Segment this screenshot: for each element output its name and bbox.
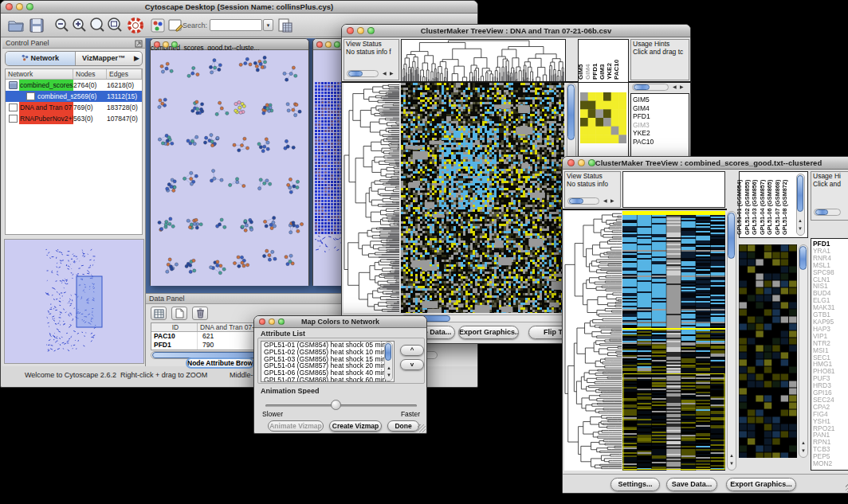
float-panel-icon[interactable] bbox=[135, 40, 143, 48]
zoom-fit-icon[interactable] bbox=[106, 17, 124, 34]
scroll-down-arrow[interactable]: ▼ bbox=[729, 460, 734, 467]
scroll-left-arrow[interactable]: ◀ bbox=[383, 70, 387, 77]
scroll-thumb[interactable] bbox=[799, 246, 807, 270]
scroll-thumb[interactable] bbox=[569, 198, 583, 204]
gene-name-list[interactable]: PFD1YRA1RNR4MSL1SPC98CLN1NIS1BUD4ELG1MAK… bbox=[811, 238, 848, 471]
column-label-scrollbar[interactable]: ▲ ▼ bbox=[796, 174, 805, 236]
export-graphics-button[interactable]: Export Graphics... bbox=[458, 326, 519, 339]
close-button[interactable] bbox=[6, 3, 13, 10]
network-overview-thumbnail[interactable] bbox=[4, 239, 144, 364]
close-button[interactable] bbox=[259, 318, 265, 325]
zoom-heatmap-scrollbar[interactable]: ▲ ▼ bbox=[799, 244, 808, 458]
scroll-thumb[interactable] bbox=[797, 175, 803, 212]
network-list-row[interactable]: DNA and Tran 07769(0)183728(0) bbox=[6, 102, 142, 113]
heatmap-vscrollbar[interactable]: ▲ ▼ bbox=[727, 211, 736, 471]
gene-label[interactable]: YKE2 bbox=[633, 129, 689, 138]
scroll-right-arrow[interactable]: ▶ bbox=[390, 70, 394, 77]
network-list-row[interactable]: combined_scores2764(0)16218(0) bbox=[6, 80, 142, 91]
export-graphics-button[interactable]: Export Graphics... bbox=[726, 478, 796, 491]
move-up-button[interactable]: ^ bbox=[400, 345, 424, 356]
main-titlebar[interactable]: Cytoscape Desktop (Session Name: collins… bbox=[1, 1, 477, 14]
delete-attribute-icon[interactable] bbox=[192, 307, 208, 320]
scroll-right-arrow[interactable]: ▶ bbox=[610, 197, 614, 205]
gene-label[interactable]: PAC10 bbox=[633, 138, 689, 147]
scroll-up-arrow[interactable]: ▲ bbox=[729, 452, 734, 459]
close-button[interactable] bbox=[567, 159, 575, 166]
scroll-thumb[interactable] bbox=[728, 213, 735, 259]
network-view-window[interactable]: combined_scores_good.txt--cluste... bbox=[150, 38, 309, 286]
select-attributes-icon[interactable] bbox=[151, 307, 167, 320]
column-dendrogram[interactable] bbox=[401, 39, 566, 82]
scroll-thumb[interactable] bbox=[385, 343, 391, 361]
zoom-heatmap-canvas[interactable] bbox=[739, 244, 797, 458]
scroll-down-arrow[interactable]: ▼ bbox=[798, 225, 803, 232]
zoom-button[interactable] bbox=[278, 318, 285, 325]
scroll-right-arrow[interactable]: ▶ bbox=[680, 84, 684, 91]
minimize-button[interactable] bbox=[16, 3, 23, 10]
summary-matrix-heatmap[interactable] bbox=[580, 92, 626, 143]
scroll-down-arrow[interactable]: ▼ bbox=[387, 372, 391, 379]
annotation-icon[interactable] bbox=[167, 17, 184, 34]
zoom-selected-icon[interactable] bbox=[88, 17, 106, 34]
row-dendrogram[interactable] bbox=[564, 211, 622, 471]
scroll-up-arrow[interactable]: ▲ bbox=[798, 217, 803, 225]
treeview1-titlebar[interactable]: ClusterMaker TreeView : DNA and Tran 07-… bbox=[342, 25, 690, 37]
minimize-button[interactable] bbox=[325, 41, 332, 48]
view-status-scrollbar[interactable] bbox=[347, 70, 379, 77]
view-status-scrollbar[interactable] bbox=[567, 197, 599, 205]
zoom-button[interactable] bbox=[334, 41, 340, 48]
scroll-thumb[interactable] bbox=[634, 84, 650, 90]
attribute-list-item[interactable]: GPL51-07 (GSM868) heat shock 60 min bbox=[261, 377, 394, 382]
animate-vizmap-button[interactable]: Animate Vizmap bbox=[268, 420, 324, 432]
settings-button[interactable]: Settings... bbox=[610, 478, 660, 491]
heatmap-hscrollbar[interactable] bbox=[401, 315, 576, 322]
close-button[interactable] bbox=[316, 41, 323, 48]
gene-label[interactable]: PFD1 bbox=[633, 112, 689, 121]
tab-overflow-arrow[interactable]: ▶ bbox=[132, 52, 142, 65]
zoom-button[interactable] bbox=[26, 3, 33, 10]
minimize-button[interactable] bbox=[269, 318, 275, 325]
heatmap-canvas[interactable] bbox=[401, 83, 564, 313]
search-input[interactable] bbox=[210, 19, 262, 31]
close-button[interactable] bbox=[347, 27, 354, 34]
gene-label[interactable]: GIM3 bbox=[633, 121, 689, 130]
attribute-listbox[interactable]: GPL51-01 (GSM854) heat shock 05 minGPL51… bbox=[261, 341, 395, 382]
minimize-button[interactable] bbox=[357, 27, 364, 34]
gene-label[interactable]: GIM4 bbox=[633, 104, 689, 113]
open-session-icon[interactable] bbox=[7, 17, 25, 34]
gene-label[interactable]: GIM5 bbox=[633, 96, 689, 104]
animation-speed-slider-track[interactable] bbox=[265, 404, 417, 407]
zoom-in-icon[interactable] bbox=[71, 17, 88, 34]
usage-scrollbar[interactable] bbox=[814, 209, 841, 216]
resize-grip[interactable] bbox=[418, 424, 426, 432]
zoom-button[interactable] bbox=[171, 41, 178, 48]
close-button[interactable] bbox=[154, 41, 160, 48]
move-down-button[interactable]: v bbox=[400, 359, 424, 370]
tab-vizmapper[interactable]: VizMapper™ bbox=[76, 52, 132, 65]
scroll-left-arrow[interactable]: ◀ bbox=[603, 197, 607, 205]
new-attribute-icon[interactable] bbox=[171, 307, 187, 320]
scroll-left-arrow[interactable]: ◀ bbox=[673, 84, 677, 91]
heatmap-canvas[interactable] bbox=[622, 211, 725, 471]
vizmap-nodes-icon[interactable] bbox=[149, 17, 167, 34]
scroll-thumb[interactable] bbox=[567, 84, 575, 140]
dialog-titlebar[interactable]: Map Colors to Network bbox=[254, 316, 426, 328]
network-graph-canvas[interactable] bbox=[151, 50, 308, 286]
scroll-up-arrow[interactable]: ▲ bbox=[387, 365, 391, 372]
save-data-button[interactable]: Save Data... bbox=[666, 478, 717, 491]
network-list-row[interactable]: combined_sco2569(6)13112(15) bbox=[6, 91, 142, 102]
attribute-list-scrollbar[interactable]: ▲ ▼ bbox=[384, 342, 393, 381]
minimize-button[interactable] bbox=[163, 41, 169, 48]
tab-network[interactable]: Network bbox=[6, 52, 76, 65]
create-vizmap-button[interactable]: Create Vizmap bbox=[329, 420, 382, 432]
network-view-titlebar[interactable]: combined_scores_good.txt--cluste... bbox=[151, 39, 308, 50]
attribute-browser-icon[interactable] bbox=[277, 17, 294, 34]
treeview2-titlebar[interactable]: ClusterMaker TreeView : combined_scores_… bbox=[563, 157, 848, 170]
scroll-thumb[interactable] bbox=[815, 209, 828, 215]
gene-label[interactable]: MON2 bbox=[813, 460, 848, 467]
scroll-up-arrow[interactable]: ▲ bbox=[801, 440, 806, 447]
zoom-out-icon[interactable] bbox=[53, 17, 71, 34]
scroll-down-arrow[interactable]: ▼ bbox=[801, 447, 806, 455]
minimize-button[interactable] bbox=[578, 159, 585, 166]
animation-speed-slider-thumb[interactable] bbox=[331, 400, 341, 410]
